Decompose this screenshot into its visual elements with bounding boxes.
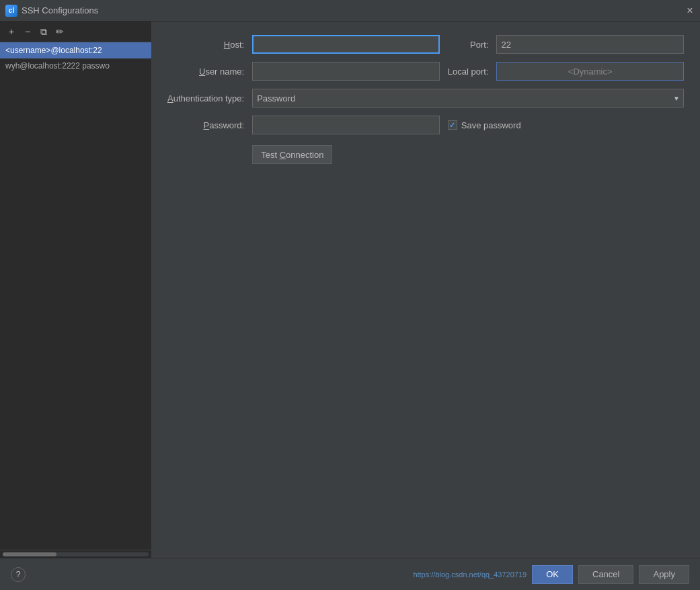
ssh-config-dialog: cl SSH Configurations × + − ⧉ ✏ <usernam… [0,0,700,590]
auth-type-select-wrapper: Password Key pair Agent OpenSSH config a… [252,89,684,108]
save-password-checkbox-wrapper[interactable]: Save password [448,120,521,130]
auth-type-label: Authentication type: [167,93,244,103]
username-input[interactable] [252,62,440,81]
port-input[interactable] [496,35,684,54]
form-grid: Host: Port: User name: Local port: [167,35,684,164]
port-label: Port: [448,40,489,50]
add-connection-button[interactable]: + [4,24,19,39]
title-bar: cl SSH Configurations × [0,0,700,22]
test-connection-button[interactable]: Test Connection [252,145,332,164]
edit-connection-button[interactable]: ✏ [52,24,67,39]
sidebar-scrollbar[interactable] [0,550,151,558]
save-password-checkbox[interactable] [448,120,457,130]
help-button[interactable]: ? [11,567,26,582]
remove-connection-button[interactable]: − [20,24,35,39]
dialog-title: SSH Configurations [22,5,98,15]
sidebar: + − ⧉ ✏ <username>@localhost:22 wyh@loca… [0,22,151,558]
copy-connection-button[interactable]: ⧉ [36,24,51,39]
right-panel: Host: Port: User name: Local port: [151,22,700,558]
password-label: Password: [167,120,244,130]
local-port-label: Local port: [448,67,489,77]
auth-type-select[interactable]: Password Key pair Agent OpenSSH config a… [252,89,684,108]
ok-button[interactable]: OK [532,565,573,584]
cancel-button[interactable]: Cancel [578,565,633,584]
connection-list: <username>@localhost:22 wyh@localhost:22… [0,42,151,550]
main-content: + − ⧉ ✏ <username>@localhost:22 wyh@loca… [0,22,700,558]
apply-button[interactable]: Apply [639,565,689,584]
local-port-input[interactable] [496,62,684,81]
username-label: User name: [167,67,244,77]
list-item[interactable]: wyh@localhost:2222 passwo [0,58,151,73]
sidebar-toolbar: + − ⧉ ✏ [0,22,151,42]
bottom-bar: ? https://blog.csdn.net/qq_43720719 OK C… [0,558,700,590]
password-input[interactable] [252,116,440,134]
save-password-label: Save password [461,120,521,130]
close-button[interactable]: × [685,6,695,15]
host-label: Host: [167,40,244,50]
host-input[interactable] [252,35,440,54]
list-item[interactable]: <username>@localhost:22 [0,42,151,58]
app-icon: cl [5,5,17,17]
url-bar[interactable]: https://blog.csdn.net/qq_43720719 [413,571,527,579]
save-password-area: Save password [448,120,684,130]
